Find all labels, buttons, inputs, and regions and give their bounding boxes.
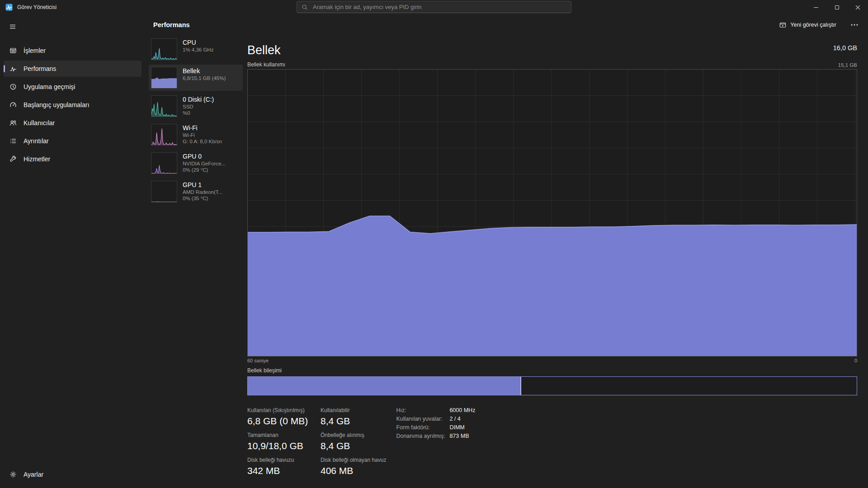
perf-item-memory[interactable]: Bellek 6,8/15,1 GB (45%) xyxy=(149,65,243,91)
memory-title: Bellek xyxy=(247,42,281,58)
window-controls xyxy=(806,0,868,14)
users-icon xyxy=(9,119,17,127)
sidebar-item-settings[interactable]: Ayarlar xyxy=(4,466,142,483)
header-actions: Yeni görevi çalıştır xyxy=(776,19,862,31)
composition-used-segment xyxy=(248,377,521,395)
perf-item-gpu-0[interactable]: GPU 0 NVIDIA GeForce... 0% (29 °C) xyxy=(149,150,243,176)
sidebar-item-label: Hizmetler xyxy=(24,155,50,163)
sidebar-item-users[interactable]: Kullanıcılar xyxy=(4,115,142,131)
titlebar: Görev Yöneticisi xyxy=(0,0,868,14)
sidebar-item-label: Performans xyxy=(24,65,56,72)
gpu1-mini-graph xyxy=(151,181,177,202)
more-options-button[interactable] xyxy=(847,21,862,28)
run-new-task-icon xyxy=(779,22,786,28)
search-input[interactable] xyxy=(312,3,566,11)
perf-item-disk-0[interactable]: 0 Diski (C:) SSD %0 xyxy=(149,93,243,119)
stat-paged-pool: Disk belleği havuzu 342 MB xyxy=(247,457,314,476)
stat-available: Kullanılabilir 8,4 GB xyxy=(321,407,386,427)
minimize-icon xyxy=(814,7,818,8)
sidebar-item-processes[interactable]: İşlemler xyxy=(4,42,142,59)
memory-composition-label: Bellek bileşimi xyxy=(247,367,857,374)
sidebar-item-details[interactable]: Ayrıntılar xyxy=(4,133,142,149)
stat-committed: Tamamlanan 10,9/18,0 GB xyxy=(247,432,314,451)
search-icon xyxy=(302,4,308,10)
performance-resource-list: CPU 1% 4,36 GHz Bellek 6,8/15,1 GB (45%) xyxy=(145,35,247,488)
memory-composition-bar xyxy=(247,376,857,395)
gear-icon xyxy=(9,471,17,478)
memory-hardware-details: Hız: 6000 MHz Kullanılan yuvalar: 2 / 4 … xyxy=(396,407,475,476)
maximize-icon xyxy=(835,5,839,9)
details-icon xyxy=(9,137,17,145)
sidebar-item-app-history[interactable]: Uygulama geçmişi xyxy=(4,79,142,95)
gpu0-mini-graph xyxy=(151,152,177,174)
sidebar-nav-list: İşlemler Performans Uygulama geçmişi Baş… xyxy=(0,42,145,167)
sidebar-footer: Ayarlar xyxy=(0,466,145,488)
more-options-icon xyxy=(851,24,858,26)
close-icon xyxy=(855,5,860,10)
memory-mini-graph xyxy=(151,67,177,89)
memory-total-capacity: 16,0 GB xyxy=(833,44,857,52)
performance-icon xyxy=(9,65,17,72)
sidebar-item-label: Ayrıntılar xyxy=(24,137,49,145)
maximize-button[interactable] xyxy=(826,0,847,14)
chart-time-axis-right: 0 xyxy=(854,358,857,363)
disk-mini-graph xyxy=(151,95,177,117)
stat-non-paged-pool: Disk belleği olmayan havuz 406 MB xyxy=(321,457,386,476)
search-box[interactable] xyxy=(297,1,571,13)
sidebar-item-performance[interactable]: Performans xyxy=(4,61,142,77)
sidebar-item-label: İşlemler xyxy=(24,47,46,54)
close-button[interactable] xyxy=(847,0,868,14)
stat-in-use: Kullanılan (Sıkıştırılmış) 6,8 GB (0 MB) xyxy=(247,407,314,427)
task-manager-app-icon xyxy=(5,4,13,11)
memory-usable-label: 15,1 GB xyxy=(838,62,857,68)
memory-usage-chart-label: Bellek kullanımı xyxy=(247,61,285,68)
sidebar-item-label: Uygulama geçmişi xyxy=(24,83,75,90)
content-area: Performans Yeni görevi çalıştır CPU 1% xyxy=(145,14,868,488)
run-new-task-button[interactable]: Yeni görevi çalıştır xyxy=(776,19,840,31)
content-header: Performans Yeni görevi çalıştır xyxy=(145,14,868,35)
window-title: Görev Yöneticisi xyxy=(17,4,57,10)
stat-cached: Önbelleğe alınmış 8,4 GB xyxy=(321,432,386,451)
perf-item-cpu[interactable]: CPU 1% 4,36 GHz xyxy=(149,36,243,62)
sidebar-item-label: Kullanıcılar xyxy=(24,119,55,127)
sidebar-item-startup-apps[interactable]: Başlangıç uygulamaları xyxy=(4,97,142,113)
sidebar-item-services[interactable]: Hizmetler xyxy=(4,151,142,167)
cpu-mini-graph xyxy=(151,38,177,60)
perf-item-wifi[interactable]: Wi-Fi Wi-Fi G: 0 A: 8,0 Kb/sn xyxy=(149,122,243,148)
services-icon xyxy=(9,155,17,163)
memory-detail-pane: Bellek 16,0 GB Bellek kullanımı 15,1 GB … xyxy=(247,35,868,488)
sidebar-item-label: Ayarlar xyxy=(24,471,43,478)
startup-apps-icon xyxy=(9,101,17,108)
hamburger-icon xyxy=(9,23,16,30)
memory-usage-chart xyxy=(247,69,857,357)
sidebar: İşlemler Performans Uygulama geçmişi Baş… xyxy=(0,14,145,488)
composition-free-segment xyxy=(521,377,857,395)
minimize-button[interactable] xyxy=(806,0,826,14)
chart-time-axis-left: 60 saniye xyxy=(247,358,269,363)
app-history-icon xyxy=(9,83,17,90)
hamburger-menu-button[interactable] xyxy=(4,19,22,34)
memory-stats: Kullanılan (Sıkıştırılmış) 6,8 GB (0 MB)… xyxy=(247,407,857,476)
sidebar-item-label: Başlangıç uygulamaları xyxy=(24,101,90,108)
wifi-mini-graph xyxy=(151,124,177,145)
run-new-task-label: Yeni görevi çalıştır xyxy=(790,22,836,28)
processes-icon xyxy=(9,47,17,54)
perf-item-gpu-1[interactable]: GPU 1 AMD Radeon(T... 0% (35 °C) xyxy=(149,178,243,205)
page-title: Performans xyxy=(153,21,190,28)
